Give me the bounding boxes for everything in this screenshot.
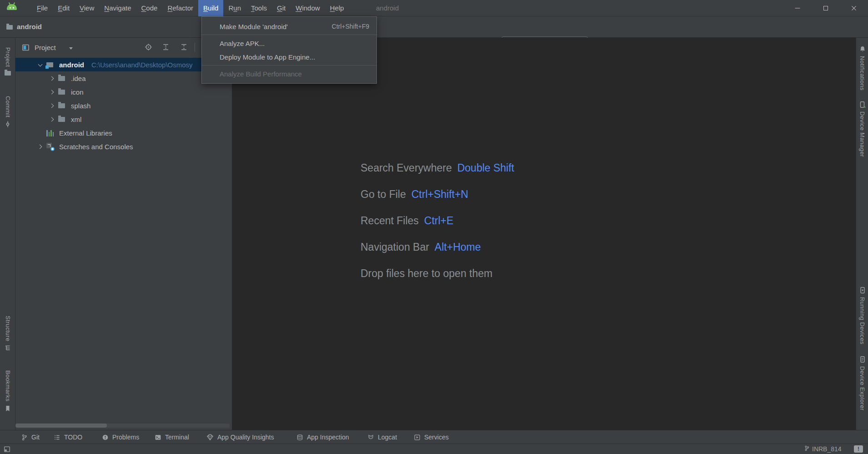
menu-item-deploy-module-to-app-engine[interactable]: Deploy Module to App Engine... [202,50,376,64]
project-folder-icon [6,25,13,30]
chevron-right-icon[interactable] [49,88,56,96]
minimize-button[interactable] [783,0,812,16]
menu-file[interactable]: File [32,0,53,16]
sidebar-item-running-devices[interactable]: Running Devices [856,287,868,344]
project-breadcrumb[interactable]: android [6,23,42,30]
maximize-icon [823,6,828,10]
tree-row--idea[interactable]: .idea [15,71,232,85]
todo-icon [54,434,60,441]
close-button[interactable] [840,0,868,16]
maximize-button[interactable] [812,0,840,16]
menu-window[interactable]: Window [291,0,325,16]
project-panel-header: Project [15,41,232,55]
tool-window-layout-icon[interactable] [4,446,10,454]
tool-button-terminal[interactable]: Terminal [155,430,189,444]
tree-row-android[interactable]: androidC:\Users\anand\Desktop\Osmosy [15,58,232,71]
menu-run[interactable]: Run [223,0,246,16]
libraries-icon [46,129,54,136]
minimize-icon [795,8,800,9]
tree-item-label: Scratches and Consoles [59,143,133,151]
inspection-icon [296,434,303,441]
tool-button-services[interactable]: Services [414,430,449,444]
tool-button-label: Problems [112,434,139,441]
notifications-stripe-label: Notifications [859,56,866,91]
select-opened-file-icon[interactable] [145,43,152,51]
hint-go-to-file: Go to FileCtrl+Shift+N [361,188,514,199]
tree-row-splash[interactable]: splash [15,99,232,112]
tree-item-path: C:\Users\anand\Desktop\Osmosy [91,61,193,69]
chevron-right-icon[interactable] [49,75,56,82]
sidebar-item-structure[interactable]: Structure [0,316,15,352]
tool-button-logcat[interactable]: Logcat [367,430,397,444]
tree-row-external-libraries[interactable]: External Libraries [15,126,232,140]
right-tool-stripe: Notifications Device Manager Running Dev… [856,38,868,430]
menu-refactor[interactable]: Refactor [162,0,198,16]
chevron-right-icon[interactable] [49,102,56,109]
horizontal-scrollbar-thumb[interactable] [15,424,107,428]
menu-edit[interactable]: Edit [53,0,75,16]
git-branch-widget[interactable]: INRB_814 [804,445,842,453]
sidebar-item-project[interactable]: Project [0,47,15,76]
menu-item-analyze-apk[interactable]: Analyze APK... [202,36,376,50]
menu-view[interactable]: View [75,0,99,16]
sidebar-item-commit[interactable]: Commit [0,96,15,128]
tool-button-app-quality-insights[interactable]: App Quality Insights [206,430,274,444]
project-stripe-label: Project [5,47,11,67]
tool-button-app-inspection[interactable]: App Inspection [296,430,349,444]
branch-name: INRB_814 [812,445,842,453]
folder-icon [58,102,65,109]
tree-item-label: splash [71,102,90,110]
running-device-icon [859,287,866,294]
notification-badge[interactable]: ! [854,445,863,453]
menu-navigate[interactable]: Navigate [99,0,136,16]
project-view-selector[interactable]: Project [35,44,56,51]
tool-button-todo[interactable]: TODO [54,430,82,444]
tool-button-problems[interactable]: Problems [102,430,139,444]
editor-empty-area: Search EverywhereDouble Shift Go to File… [233,38,856,430]
scratches-icon [46,143,54,150]
project-name: android [17,23,42,30]
chevron-down-icon[interactable] [37,61,44,68]
hint-navigation-bar: Navigation BarAlt+Home [361,241,514,252]
terminal-icon [155,434,161,441]
menu-item-label: Make Module 'android' [220,23,321,30]
tool-button-label: App Inspection [307,434,349,441]
menu-item-shortcut: Ctrl+Shift+F9 [332,23,369,30]
sidebar-item-bookmarks[interactable]: Bookmarks [0,370,15,412]
services-icon [414,434,421,441]
menu-code[interactable]: Code [136,0,163,16]
folder-icon [5,71,11,76]
window-title: android [376,0,399,16]
tool-button-git[interactable]: Git [21,430,40,444]
tree-item-label: android [59,61,84,69]
menu-build[interactable]: Build [198,0,223,16]
tree-row-xml[interactable]: xml [15,112,232,126]
tree-row-icon[interactable]: icon [15,85,232,99]
commit-stripe-label: Commit [5,96,11,117]
folder-icon [58,116,65,123]
collapse-all-icon[interactable] [180,43,188,51]
menu-item-analyze-build-performance: Analyze Build Performance [202,67,376,81]
bottom-tool-bar: GitTODOProblemsTerminalApp Quality Insig… [0,430,868,444]
git-branch-icon [21,434,28,441]
menu-item-label: Deploy Module to App Engine... [220,53,369,61]
chevron-right-icon[interactable] [49,116,56,123]
chevron-right-icon[interactable] [37,143,44,150]
sidebar-item-device-explorer[interactable]: Device Explorer [856,356,868,411]
menu-item-make-module-android[interactable]: Make Module 'android'Ctrl+Shift+F9 [202,20,376,33]
expand-all-icon[interactable] [162,43,170,51]
menu-git[interactable]: Git [272,0,291,16]
tree-row-scratches-and-consoles[interactable]: Scratches and Consoles [15,140,232,153]
tree-item-label: icon [71,88,84,96]
tool-button-label: TODO [64,434,82,441]
sidebar-item-notifications[interactable]: Notifications [856,45,868,91]
menu-tools[interactable]: Tools [246,0,272,16]
diamond-icon [206,434,214,441]
menu-help[interactable]: Help [325,0,349,16]
tool-button-label: Terminal [165,434,189,441]
project-view-caret-icon[interactable] [69,47,73,50]
module-folder-icon [46,61,54,68]
problems-icon [102,434,109,441]
sidebar-item-device-manager[interactable]: Device Manager [856,101,868,157]
tool-button-label: Services [424,434,449,441]
